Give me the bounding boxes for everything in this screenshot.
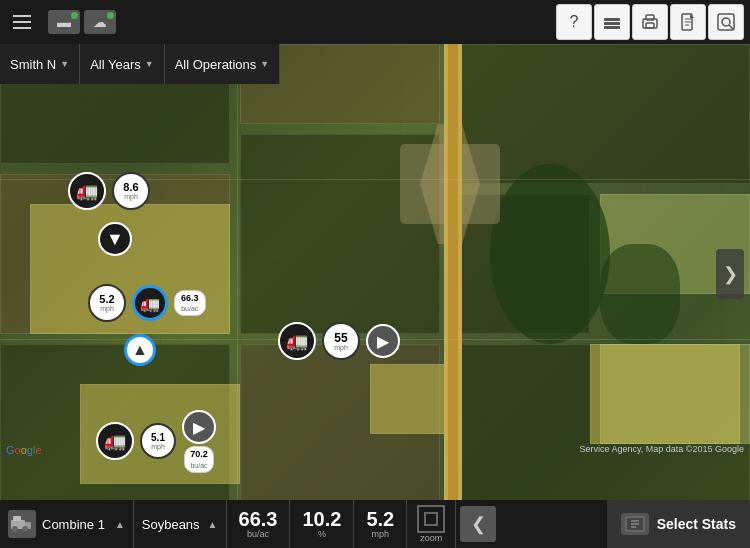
vertical-road-center <box>448 44 458 504</box>
moisture-unit: % <box>318 529 326 539</box>
yield-value: 66.3 <box>239 509 278 529</box>
speed-badge-1: 8.6 mph <box>112 172 150 210</box>
combine-label: Combine 1 <box>42 517 105 532</box>
document-button[interactable] <box>670 4 706 40</box>
tablet-icon: ▬ <box>48 10 80 34</box>
top-icons-right: ? <box>556 4 750 40</box>
google-logo: Google <box>6 444 42 456</box>
zoom-label: zoom <box>420 533 442 543</box>
speed-badge-3: 55 mph <box>322 322 360 360</box>
nav-arrow-1: ▼ <box>98 222 132 256</box>
map[interactable]: 🚛 8.6 mph ▼ 5.2 mph 🚛 66.3 bu/ac <box>0 44 750 504</box>
farm-label: Smith N <box>10 57 56 72</box>
select-stats-label: Select Stats <box>657 516 736 532</box>
crop-section: Soybeans ▲ <box>134 500 227 548</box>
top-icons-left: ▬ ☁ <box>44 10 116 34</box>
crop-selector[interactable]: Soybeans ▲ <box>142 517 218 532</box>
combine-selector[interactable]: Combine 1 ▲ <box>8 510 125 538</box>
map-attribution: Service Agency, Map data ©2015 Google <box>579 444 744 454</box>
back-arrow-icon: ❮ <box>471 513 486 535</box>
operations-filter[interactable]: All Operations ▼ <box>165 44 281 84</box>
select-stats-button[interactable]: Select Stats <box>607 500 750 548</box>
truck-icon-3: 🚛 <box>278 322 316 360</box>
svg-rect-1 <box>604 22 620 25</box>
speed-value-3: 55 <box>334 332 347 344</box>
svg-rect-4 <box>646 15 654 20</box>
yield-badge-2: 66.3 bu/ac <box>174 290 206 317</box>
combine-caret: ▲ <box>115 519 125 530</box>
years-filter[interactable]: All Years ▼ <box>80 44 165 84</box>
svg-point-12 <box>722 18 730 26</box>
speed-value-4: 5.1 <box>151 433 165 443</box>
speed-badge-4: 5.1 mph <box>140 423 176 459</box>
speed-stat: 5.2 mph <box>354 500 407 548</box>
menu-button[interactable] <box>0 0 44 44</box>
yield-unit: bu/ac <box>247 529 269 539</box>
search-map-button[interactable] <box>708 4 744 40</box>
years-label: All Years <box>90 57 141 72</box>
speed-unit-1: mph <box>124 193 138 200</box>
moisture-value: 10.2 <box>302 509 341 529</box>
filter-bar: Smith N ▼ All Years ▼ All Operations ▼ <box>0 44 280 84</box>
bottom-bar: Combine 1 ▲ Soybeans ▲ 66.3 bu/ac 10.2 %… <box>0 500 750 548</box>
operations-label: All Operations <box>175 57 257 72</box>
vegetation-patch <box>490 164 610 344</box>
print-button[interactable] <box>632 4 668 40</box>
grid-line <box>237 44 238 504</box>
layers-button[interactable] <box>594 4 630 40</box>
combine-section: Combine 1 ▲ <box>0 500 134 548</box>
zoom-control: zoom <box>407 500 456 548</box>
svg-rect-5 <box>646 23 654 28</box>
machine-marker-4[interactable]: 🚛 5.1 mph ▶ 70.2 bu/ac <box>96 410 216 473</box>
map-background: 🚛 8.6 mph ▼ 5.2 mph 🚛 66.3 bu/ac <box>0 44 750 504</box>
operations-caret: ▼ <box>260 59 269 69</box>
speed-value: 5.2 <box>366 509 394 529</box>
machine-marker-3[interactable]: 🚛 55 mph ▶ <box>278 322 400 360</box>
top-bar: ▬ ☁ ? <box>0 0 750 44</box>
stats-icon <box>621 513 649 535</box>
machine-marker-2[interactable]: 5.2 mph 🚛 66.3 bu/ac ▲ <box>88 284 206 322</box>
svg-rect-18 <box>13 516 21 521</box>
help-button[interactable]: ? <box>556 4 592 40</box>
map-chevron-button[interactable]: ❯ <box>716 249 744 299</box>
nav-arrow-4: ▶ <box>182 410 216 444</box>
svg-point-16 <box>12 526 18 532</box>
zoom-inner-icon <box>424 512 438 526</box>
yield-stat: 66.3 bu/ac <box>227 500 291 548</box>
truck-icon-1: 🚛 <box>68 172 106 210</box>
grid-line <box>444 44 445 504</box>
field-patch <box>460 44 750 184</box>
speed-value-2: 5.2 <box>99 294 114 305</box>
combine-icon <box>8 510 36 538</box>
svg-line-13 <box>729 25 733 29</box>
crop-label: Soybeans <box>142 517 200 532</box>
zoom-icon <box>417 505 445 533</box>
machine-marker-1[interactable]: 🚛 8.6 mph ▼ <box>68 172 150 210</box>
speed-unit-2: mph <box>100 305 114 312</box>
farm-caret: ▼ <box>60 59 69 69</box>
cloud-icon: ☁ <box>84 10 116 34</box>
truck-icon-4: 🚛 <box>96 422 134 460</box>
svg-point-17 <box>22 526 28 532</box>
highlighted-field <box>590 344 740 444</box>
truck-icon-2: 🚛 <box>132 285 168 321</box>
back-arrow-button[interactable]: ❮ <box>460 506 496 542</box>
vegetation-patch <box>600 244 680 344</box>
speed-unit: mph <box>372 529 390 539</box>
svg-rect-0 <box>604 18 620 21</box>
moisture-stat: 10.2 % <box>290 500 354 548</box>
nav-arrow-2: ▲ <box>124 334 156 366</box>
speed-unit-4: mph <box>151 443 165 450</box>
speed-value-1: 8.6 <box>123 182 138 193</box>
farm-filter[interactable]: Smith N ▼ <box>0 44 80 84</box>
speed-unit-3: mph <box>334 344 348 351</box>
svg-rect-2 <box>604 26 620 29</box>
yield-badge-4: 70.2 bu/ac <box>184 446 214 473</box>
crop-caret: ▲ <box>208 519 218 530</box>
highlighted-field <box>370 364 450 434</box>
nav-arrow-3: ▶ <box>366 324 400 358</box>
years-caret: ▼ <box>145 59 154 69</box>
speed-badge-2: 5.2 mph <box>88 284 126 322</box>
